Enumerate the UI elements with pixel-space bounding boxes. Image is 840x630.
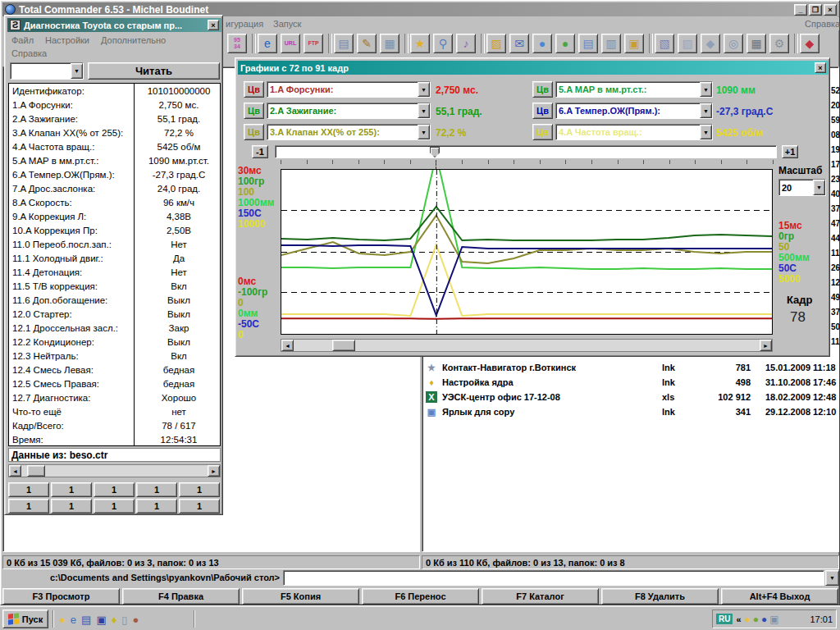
fkey-button-f6[interactable]: F6 Перенос: [362, 588, 479, 605]
ql-ie-icon[interactable]: e: [71, 614, 76, 626]
tray-clock-icon[interactable]: ●: [745, 614, 751, 624]
url-icon[interactable]: URL: [281, 34, 300, 53]
chevron-down-icon[interactable]: ▼: [700, 125, 712, 139]
grid-button[interactable]: 1: [179, 482, 220, 497]
channel-color-button[interactable]: Цв: [244, 81, 264, 98]
channel-combo[interactable]: 5.A MAP в мм.рт.ст.:▼: [555, 81, 713, 98]
tray-agent-icon[interactable]: ●: [753, 614, 759, 624]
grid-button[interactable]: 1: [51, 499, 92, 514]
unpack-icon[interactable]: ▨: [678, 34, 697, 53]
win95-icon[interactable]: 95 34: [227, 34, 247, 53]
scroll-right-icon[interactable]: ►: [760, 340, 772, 351]
ql-save-icon[interactable]: ▣: [96, 614, 106, 626]
grid-button[interactable]: 1: [8, 482, 49, 497]
ql-book-icon[interactable]: ▤: [81, 614, 91, 626]
chevron-down-icon[interactable]: ▼: [418, 82, 430, 97]
fkey-button-f7[interactable]: F7 Каталог: [482, 588, 599, 605]
favorites-star-icon[interactable]: ★: [410, 34, 430, 53]
grid-button[interactable]: 1: [179, 499, 220, 514]
frame-slider-thumb[interactable]: [430, 147, 440, 158]
channel-color-button[interactable]: Цв: [244, 103, 264, 119]
channel-color-button[interactable]: Цв: [532, 124, 553, 140]
ball-green-icon[interactable]: ●: [555, 34, 575, 53]
dialog-menu-item[interactable]: Дополнительно: [101, 35, 166, 45]
language-indicator[interactable]: RU: [716, 614, 733, 624]
scroll-left-icon[interactable]: ◄: [281, 340, 294, 351]
tray-network-icon[interactable]: ▣: [769, 614, 778, 624]
channel-combo[interactable]: 1.A Форсунки:▼: [267, 81, 431, 98]
chevron-down-icon[interactable]: ▼: [418, 103, 430, 118]
frame-slider-track[interactable]: [275, 145, 777, 158]
print-icon[interactable]: ▥: [601, 34, 621, 53]
net-icon[interactable]: ◎: [724, 34, 743, 53]
frame-minus-button[interactable]: -1: [252, 145, 268, 158]
grid-icon[interactable]: ▦: [746, 34, 766, 53]
doc-icon[interactable]: ▤: [578, 34, 598, 53]
ql-key-icon[interactable]: ♦: [112, 614, 117, 626]
notes-icon[interactable]: ♪: [456, 34, 476, 53]
stop-icon[interactable]: ◆: [800, 34, 819, 53]
crypt-icon[interactable]: ◆: [701, 34, 720, 53]
channel-color-button[interactable]: Цв: [532, 81, 553, 98]
menu-configuration-partial[interactable]: игурация: [226, 19, 263, 29]
fkey-button-f9[interactable]: Alt+F4 Выход: [721, 588, 838, 605]
graph-scrollbar[interactable]: ◄ ►: [281, 339, 773, 352]
scroll-left-icon[interactable]: ◄: [9, 465, 21, 477]
menu-run[interactable]: Запуск: [273, 19, 301, 29]
chevron-down-icon[interactable]: ▼: [700, 103, 712, 118]
dialog-scrollbar-thumb[interactable]: [27, 465, 45, 477]
channel-color-button[interactable]: Цв: [532, 103, 553, 119]
channel-combo[interactable]: 2.A Зажигание:▼: [267, 103, 431, 119]
gear-icon[interactable]: ⚙: [769, 34, 789, 53]
grid-button[interactable]: 1: [94, 499, 135, 514]
search-icon[interactable]: ⚲: [433, 34, 453, 53]
dialog-menu-item[interactable]: Справка: [11, 48, 47, 58]
command-history-dropdown[interactable]: ▼: [825, 570, 839, 586]
chevron-down-icon[interactable]: ▼: [71, 63, 83, 79]
dialog-combo[interactable]: ▼: [10, 62, 84, 80]
scale-combo[interactable]: 20 ▼: [778, 179, 826, 196]
channel-combo[interactable]: 6.A Темпер.ОЖ(Прям.):▼: [555, 103, 713, 119]
pen-icon[interactable]: ✎: [357, 34, 377, 53]
grid-button[interactable]: 1: [51, 482, 92, 497]
file-row[interactable]: ♦Настройка ядраlnk49831.10.2008 17:46: [422, 376, 838, 390]
graphs-titlebar[interactable]: Графики с 72 по 91 кадр ×: [238, 61, 829, 75]
dialog-menu-item[interactable]: Файл: [11, 35, 34, 45]
fkey-button-f8[interactable]: F8 Удалить: [601, 588, 719, 605]
read-button[interactable]: Читать: [88, 62, 220, 80]
pack-icon[interactable]: ▧: [655, 34, 674, 53]
parameter-list[interactable]: Идентификатор:1010100000001.A Форсунки:2…: [8, 83, 221, 446]
chevron-down-icon[interactable]: ▼: [813, 180, 825, 195]
grid-button[interactable]: 1: [136, 482, 177, 497]
ql-phone-icon[interactable]: ▯: [121, 614, 127, 626]
calc-icon[interactable]: ▦: [380, 34, 399, 53]
tray-dialup-icon[interactable]: ●: [761, 614, 767, 624]
dialog-menu-item[interactable]: Настройки: [45, 35, 89, 45]
graph-scrollbar-thumb[interactable]: [332, 340, 355, 351]
start-button[interactable]: Пуск: [2, 609, 48, 628]
frame-plus-button[interactable]: +1: [782, 145, 798, 158]
channel-combo[interactable]: 4.A Частота вращ.:▼: [555, 124, 713, 140]
ie-icon[interactable]: e: [258, 34, 277, 53]
close-icon[interactable]: ×: [824, 4, 837, 16]
minimize-icon[interactable]: _: [794, 4, 807, 16]
fkey-button-f5[interactable]: F5 Копия: [242, 588, 359, 605]
file-row[interactable]: ★Контакт-Навигатор г.Воткинскlnk78115.01…: [422, 361, 838, 376]
dialog-scrollbar[interactable]: ◄ ►: [8, 464, 221, 477]
grid-button[interactable]: 1: [8, 499, 49, 514]
ql-sound-icon[interactable]: ●: [132, 614, 139, 626]
grid-button[interactable]: 1: [136, 499, 177, 514]
graphs-close-icon[interactable]: ×: [815, 62, 826, 73]
command-input[interactable]: [283, 570, 824, 586]
restore-icon[interactable]: ❐: [809, 4, 822, 16]
folder-icon[interactable]: ▨: [486, 34, 506, 53]
dialog-close-icon[interactable]: ×: [208, 20, 219, 30]
channel-color-button[interactable]: Цв: [244, 124, 264, 140]
plot-area[interactable]: [281, 169, 773, 335]
ball-blue-icon[interactable]: ●: [532, 34, 552, 53]
tray-chevron[interactable]: «: [736, 614, 741, 624]
notepad-icon[interactable]: ▤: [334, 34, 354, 53]
scroll-right-icon[interactable]: ►: [208, 465, 220, 477]
dialog-titlebar[interactable]: S Диагностика Toyota со старым пр... ×: [7, 18, 221, 32]
file-row[interactable]: XУЭСК-центр офис 17-12-08xls102 91218.02…: [422, 390, 838, 405]
